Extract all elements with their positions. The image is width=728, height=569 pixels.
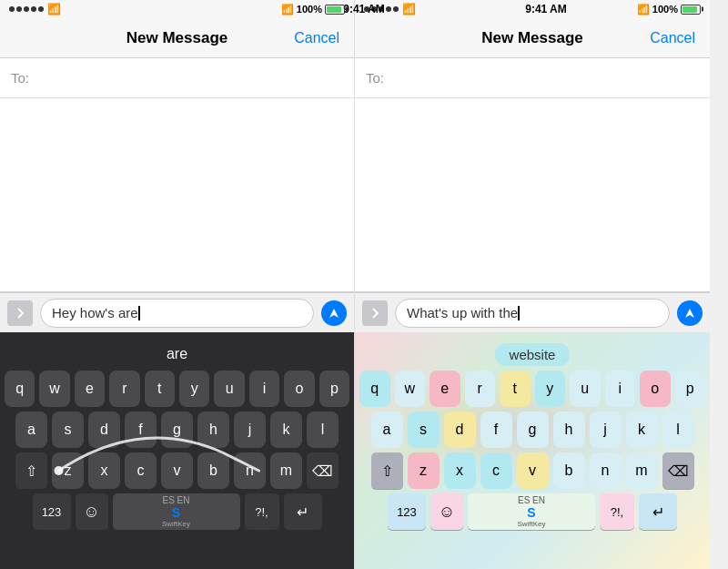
- key-h-left[interactable]: h: [197, 412, 229, 448]
- key-emoji-left[interactable]: ☺: [76, 493, 108, 530]
- key-d-left[interactable]: d: [88, 412, 120, 448]
- key-delete-right[interactable]: ⌫: [662, 452, 694, 489]
- key-t-right[interactable]: t: [500, 371, 531, 407]
- signal-dot-3: [24, 6, 29, 12]
- key-space-right[interactable]: ES EN S SwiftKey: [468, 493, 595, 530]
- key-j-left[interactable]: j: [234, 412, 266, 448]
- key-f-left[interactable]: f: [125, 412, 157, 448]
- key-t-left[interactable]: t: [145, 371, 175, 407]
- key-x-left[interactable]: x: [88, 452, 120, 489]
- bluetooth-icon: 📶: [281, 4, 294, 15]
- time-left: 9:41 AM: [343, 3, 385, 15]
- key-z-left[interactable]: z: [52, 452, 84, 489]
- key-a-left[interactable]: a: [15, 412, 47, 448]
- key-d-right[interactable]: d: [444, 412, 476, 448]
- keyboard-left: are q w e r t y u i o p a s d f g h j k …: [0, 332, 354, 569]
- key-m-right[interactable]: m: [626, 452, 658, 489]
- key-g-right[interactable]: g: [517, 412, 549, 448]
- key-i-left[interactable]: i: [249, 371, 279, 407]
- key-e-left[interactable]: e: [75, 371, 105, 407]
- cancel-button-right[interactable]: Cancel: [650, 30, 695, 46]
- key-o-left[interactable]: o: [284, 371, 314, 407]
- key-numbers-right[interactable]: 123: [388, 493, 426, 530]
- key-k-right[interactable]: k: [626, 412, 658, 448]
- key-x-right[interactable]: x: [444, 452, 476, 489]
- swiftkey-name-left: SwiftKey: [162, 520, 190, 528]
- key-h-right[interactable]: h: [553, 412, 585, 448]
- key-u-left[interactable]: u: [214, 371, 244, 407]
- key-y-left[interactable]: y: [179, 371, 209, 407]
- key-space-left[interactable]: ES EN S SwiftKey: [113, 493, 240, 530]
- key-l-right[interactable]: l: [662, 412, 694, 448]
- key-a-right[interactable]: a: [371, 412, 403, 448]
- key-punctuation-right[interactable]: ?!,: [600, 493, 634, 530]
- key-numbers-left[interactable]: 123: [33, 493, 71, 530]
- key-p-left[interactable]: p: [319, 371, 349, 407]
- key-v-right[interactable]: v: [517, 452, 549, 489]
- svg-marker-0: [329, 309, 339, 318]
- key-shift-right[interactable]: ⇧: [371, 452, 403, 489]
- key-o-right[interactable]: o: [640, 371, 671, 407]
- prediction-word-right[interactable]: website: [495, 343, 571, 366]
- text-cursor-left: [138, 306, 140, 320]
- key-p-right[interactable]: p: [675, 371, 706, 407]
- key-m-left[interactable]: m: [270, 452, 302, 489]
- key-u-right[interactable]: u: [570, 371, 601, 407]
- send-button-left[interactable]: [321, 300, 347, 326]
- message-input-left[interactable]: Hey how's are: [40, 299, 314, 328]
- chevron-right-icon: [14, 307, 26, 320]
- expand-button-right[interactable]: [362, 300, 388, 326]
- key-c-left[interactable]: c: [125, 452, 157, 489]
- message-input-right[interactable]: What's up with the: [395, 299, 670, 328]
- key-emoji-right[interactable]: ☺: [430, 493, 463, 530]
- key-n-right[interactable]: n: [590, 452, 622, 489]
- expand-button-left[interactable]: [7, 300, 33, 326]
- key-w-right[interactable]: w: [395, 371, 426, 407]
- key-s-left[interactable]: s: [52, 412, 84, 448]
- key-q-left[interactable]: q: [5, 371, 35, 407]
- key-k-left[interactable]: k: [270, 412, 302, 448]
- signal-dot-1: [9, 6, 15, 12]
- key-q-right[interactable]: q: [359, 371, 390, 407]
- keyboard-right: website q w e r t y u i o p a s d f g h …: [355, 332, 710, 569]
- key-j-right[interactable]: j: [590, 412, 622, 448]
- send-icon-right: [683, 307, 696, 320]
- input-toolbar-left: Hey how's are: [0, 292, 354, 332]
- key-f-right[interactable]: f: [480, 412, 512, 448]
- swiftkey-name-right: SwiftKey: [517, 520, 545, 528]
- left-phone: 📶 9:41 AM 📶 100% New Message Cancel To: …: [0, 0, 355, 569]
- key-i-right[interactable]: i: [605, 371, 636, 407]
- key-g-left[interactable]: g: [161, 412, 193, 448]
- key-b-right[interactable]: b: [553, 452, 585, 489]
- signal-dots: [9, 6, 44, 12]
- send-button-right[interactable]: [677, 300, 703, 326]
- key-shift-left[interactable]: ⇧: [15, 452, 47, 489]
- signal-dot-r5: [393, 6, 399, 12]
- signal-dot-2: [16, 6, 22, 12]
- key-v-left[interactable]: v: [161, 452, 193, 489]
- nav-bar-left: New Message Cancel: [0, 18, 354, 58]
- key-punctuation-left[interactable]: ?!,: [245, 493, 279, 530]
- cancel-button-left[interactable]: Cancel: [294, 30, 339, 46]
- key-b-left[interactable]: b: [197, 452, 229, 489]
- key-r-right[interactable]: r: [465, 371, 496, 407]
- key-return-right[interactable]: ↵: [639, 493, 677, 530]
- key-s-right[interactable]: s: [408, 412, 440, 448]
- compose-area-left: To:: [0, 58, 354, 292]
- key-r-left[interactable]: r: [109, 371, 139, 407]
- to-field-right: To:: [355, 58, 710, 98]
- prediction-word-left[interactable]: are: [167, 346, 187, 362]
- key-delete-left[interactable]: ⌫: [307, 452, 339, 489]
- key-row-bottom-left: 123 ☺ ES EN S SwiftKey ?!, ↵: [3, 493, 351, 530]
- key-return-left[interactable]: ↵: [284, 493, 322, 530]
- key-n-left[interactable]: n: [234, 452, 266, 489]
- key-z-right[interactable]: z: [408, 452, 440, 489]
- nav-title-left: New Message: [126, 29, 228, 47]
- wifi-icon-right: 📶: [402, 3, 416, 15]
- key-e-right[interactable]: e: [430, 371, 460, 407]
- key-y-right[interactable]: y: [535, 371, 566, 407]
- key-c-right[interactable]: c: [480, 452, 512, 489]
- nav-bar-right: New Message Cancel: [355, 18, 710, 58]
- key-l-left[interactable]: l: [307, 412, 339, 448]
- key-w-left[interactable]: w: [39, 371, 69, 407]
